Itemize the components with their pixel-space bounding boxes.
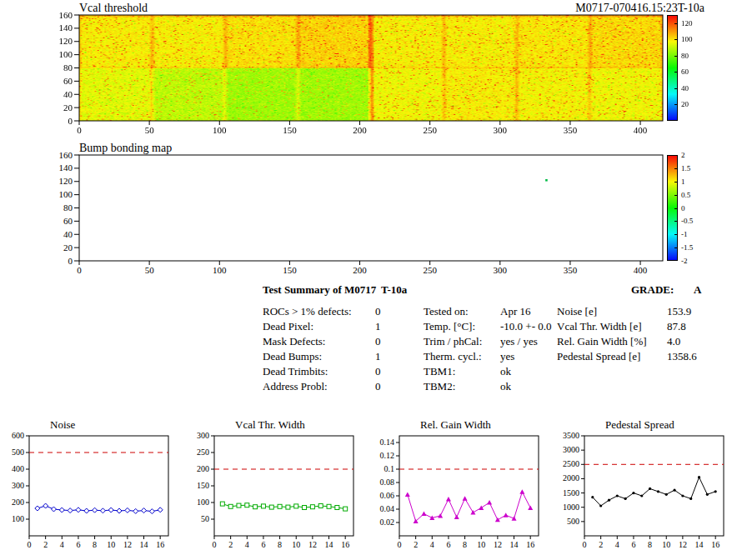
colorbar-tick-label: -1.5 (681, 243, 693, 252)
colorbar-gradient (667, 155, 678, 261)
plot-layer: 0246810121416500100015002000250030003500 (559, 429, 726, 554)
defect-label: Mask Defects: (263, 335, 325, 348)
svg-text:60: 60 (63, 76, 73, 86)
svg-text:0: 0 (68, 256, 73, 266)
vcal-thr-width-plot: 024681012141650100150200250300 (189, 429, 356, 554)
svg-text:200: 200 (353, 125, 367, 135)
svg-text:100: 100 (213, 125, 227, 135)
svg-text:14: 14 (695, 540, 704, 549)
svg-text:300: 300 (494, 125, 508, 135)
svg-text:3000: 3000 (563, 445, 579, 454)
svg-text:1500: 1500 (563, 488, 579, 498)
svg-text:200: 200 (353, 265, 367, 275)
rel-gain-width-plot: 02468101214160.020.040.060.080.10.120.14 (374, 429, 541, 554)
svg-text:250: 250 (423, 265, 437, 275)
svg-text:100: 100 (12, 514, 24, 523)
svg-text:120: 120 (59, 36, 73, 46)
condition-label: Trim / phCal: (424, 335, 482, 348)
condition-label: TBM1: (424, 365, 455, 378)
condition-label: Tested on: (424, 305, 469, 318)
svg-text:100: 100 (59, 189, 73, 199)
defect-label: Dead Trimbits: (263, 365, 328, 378)
svg-text:0.1: 0.1 (384, 464, 395, 473)
defect-value: 0 (375, 365, 381, 378)
svg-text:0: 0 (77, 125, 82, 135)
svg-text:2: 2 (599, 540, 603, 549)
svg-text:14: 14 (510, 540, 519, 549)
defect-value: 0 (375, 335, 381, 348)
svg-text:100: 100 (197, 498, 209, 507)
axes-layer: 0501001502002503003504000204060801001201… (46, 150, 678, 277)
svg-text:500: 500 (567, 517, 579, 526)
plot-layer: 024681012141650100150200250300 (189, 429, 356, 554)
grade-label: GRADE: (631, 283, 674, 297)
result-label: Vcal Thr. Width [e] (557, 320, 642, 333)
bump-colorbar: -2-1.5-1-0.500.511.52 (667, 155, 704, 261)
svg-text:14: 14 (140, 540, 148, 549)
svg-text:4: 4 (60, 540, 64, 549)
colorbar-tick-label: 1 (681, 178, 685, 186)
condition-label: Temp. [°C]: (424, 320, 475, 333)
condition-value: yes / yes (500, 335, 538, 348)
defect-value: 1 (375, 350, 381, 363)
svg-text:0.12: 0.12 (380, 451, 395, 460)
svg-text:0.02: 0.02 (380, 518, 395, 527)
svg-text:8: 8 (93, 540, 97, 549)
svg-text:0: 0 (28, 540, 32, 549)
svg-text:600: 600 (12, 431, 24, 440)
svg-text:2: 2 (43, 540, 48, 549)
svg-text:140: 140 (59, 22, 73, 32)
svg-text:10: 10 (107, 540, 115, 549)
svg-text:50: 50 (145, 265, 155, 275)
defect-value: 1 (375, 320, 381, 333)
pedestal-spread-plot: 0246810121416500100015002000250030003500 (559, 429, 726, 554)
result-value: 87.8 (667, 320, 686, 333)
svg-text:0.04: 0.04 (380, 504, 395, 513)
svg-text:16: 16 (341, 540, 349, 549)
svg-text:300: 300 (494, 265, 508, 275)
svg-text:2500: 2500 (563, 459, 579, 468)
svg-text:12: 12 (308, 540, 317, 549)
svg-text:140: 140 (59, 162, 73, 172)
defect-value: 0 (375, 305, 381, 318)
vcal-threshold-heatmap: 0501001502002503003504000204060801001201… (46, 10, 678, 137)
svg-text:150: 150 (283, 125, 297, 135)
svg-text:0: 0 (398, 540, 402, 549)
svg-text:350: 350 (564, 265, 578, 275)
condition-value: yes (500, 350, 514, 363)
result-label: Rel. Gain Width [%] (557, 335, 647, 348)
svg-text:12: 12 (494, 540, 502, 549)
grade-value: A (694, 283, 701, 297)
condition-value: Apr 16 (500, 305, 530, 318)
svg-text:0.08: 0.08 (380, 478, 395, 487)
colorbar-tick-label: -0.5 (681, 217, 693, 225)
svg-text:100: 100 (213, 265, 227, 275)
svg-text:200: 200 (197, 464, 209, 473)
colorbar-tick-label: 120 (681, 19, 693, 28)
svg-text:10: 10 (477, 540, 485, 549)
colorbar-tick-label: 0 (681, 204, 685, 212)
svg-text:6: 6 (76, 540, 80, 549)
colorbar-tick-label: 60 (681, 68, 689, 76)
colorbar-tick-label: -1 (681, 230, 688, 238)
svg-text:40: 40 (63, 229, 73, 239)
result-value: 4.0 (667, 335, 680, 348)
svg-text:80: 80 (63, 202, 73, 212)
svg-text:400: 400 (12, 464, 24, 473)
summary-module: T-10a (381, 283, 407, 297)
plot-layer: 0246810121416100200300400500600 (4, 429, 171, 554)
colorbar-tick-label: 20 (681, 100, 689, 108)
result-label: Noise [e] (557, 305, 597, 318)
svg-text:0: 0 (583, 540, 587, 549)
svg-text:50: 50 (145, 125, 155, 135)
svg-text:20: 20 (63, 102, 73, 112)
svg-text:1000: 1000 (563, 502, 579, 512)
svg-text:12: 12 (679, 540, 687, 549)
svg-text:500: 500 (12, 448, 24, 457)
bump-bonding-heatmap: 0501001502002503003504000204060801001201… (46, 150, 678, 277)
module-test-report: Vcal threshold M0717-070416.15:23T-10a 0… (0, 0, 747, 560)
svg-text:10: 10 (292, 540, 300, 549)
colorbar-tick-label: -2 (681, 257, 688, 265)
svg-text:300: 300 (12, 481, 24, 490)
svg-text:80: 80 (63, 62, 73, 72)
